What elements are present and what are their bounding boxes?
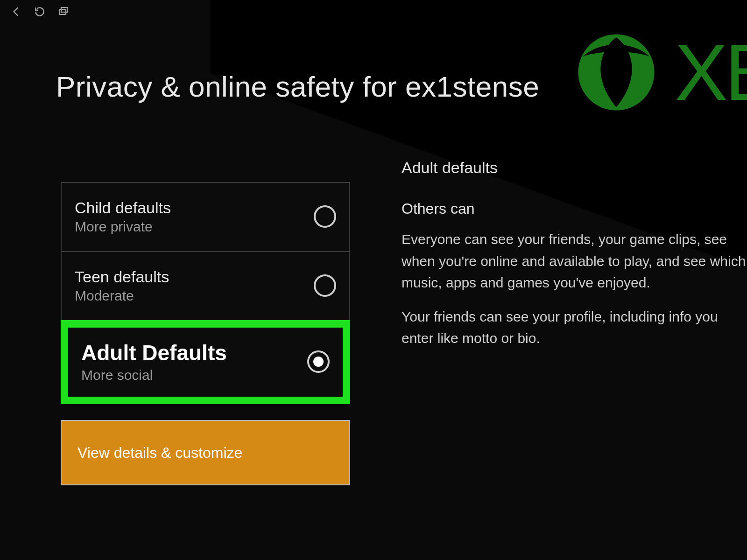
- radio-icon: [307, 350, 330, 373]
- view-details-button[interactable]: View details & customize: [61, 420, 350, 485]
- page-title: Privacy & online safety for ex1stense: [56, 70, 539, 103]
- preset-description: Adult defaults Others can Everyone can s…: [402, 159, 747, 362]
- preset-teen[interactable]: Teen defaults Moderate: [61, 251, 350, 321]
- desc-paragraph: Your friends can see your profile, inclu…: [402, 306, 747, 350]
- button-label: View details & customize: [78, 444, 242, 462]
- preset-subtitle: More private: [75, 219, 171, 235]
- app-title: Xbox: [0, 6, 747, 20]
- desc-heading: Adult defaults: [402, 159, 747, 177]
- preset-title: Child defaults: [75, 199, 171, 217]
- privacy-preset-list: Child defaults More private Teen default…: [61, 182, 350, 404]
- preset-subtitle: Moderate: [75, 288, 169, 304]
- xbox-logo: XB: [577, 33, 747, 112]
- desc-paragraph: Everyone can see your friends, your game…: [402, 229, 747, 294]
- preset-adult[interactable]: Adult Defaults More social: [61, 320, 350, 404]
- xbox-wordmark: XB: [675, 33, 747, 112]
- radio-icon: [314, 274, 336, 297]
- svg-point-2: [578, 34, 655, 110]
- preset-child[interactable]: Child defaults More private: [61, 182, 350, 252]
- xbox-sphere-icon: [577, 33, 656, 112]
- desc-subheading: Others can: [402, 200, 747, 217]
- preset-subtitle: More social: [81, 367, 227, 383]
- radio-icon: [314, 205, 336, 228]
- preset-title: Teen defaults: [75, 268, 169, 286]
- preset-title: Adult Defaults: [81, 340, 227, 365]
